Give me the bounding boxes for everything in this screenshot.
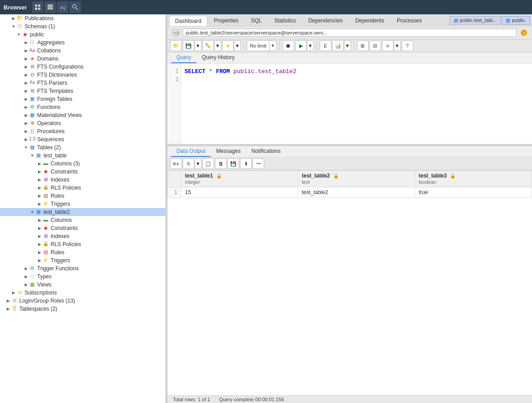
editor-content[interactable]: SELECT * FROM public.test_table2 — [181, 64, 532, 144]
tree-arrow-publications[interactable]: ▶ — [11, 16, 16, 21]
tab-dashboard[interactable]: Dashboard — [169, 16, 207, 26]
query-tab-query[interactable]: Query — [171, 52, 197, 63]
tree-arrow-tt2-rules[interactable]: ▶ — [37, 250, 42, 255]
tree-item-tt2-triggers[interactable]: ▶ ⚡ Triggers — [0, 256, 165, 264]
tree-item-tt-triggers[interactable]: ▶ ⚡ Triggers — [0, 200, 165, 208]
tree-item-trigger-functions[interactable]: ▶ ⚙ Trigger Functions — [0, 264, 165, 273]
tab-statistics[interactable]: Statistics — [268, 15, 301, 26]
tab-processes[interactable]: Processes — [391, 15, 428, 26]
tree-arrow-fts-dict[interactable]: ▶ — [23, 73, 29, 77]
tree-item-tt2-rls[interactable]: ▶ 🔒 RLS Policies — [0, 240, 165, 248]
output-tab-notifications[interactable]: Notifications — [246, 146, 286, 157]
tree-arrow-test-table2[interactable]: ▼ — [30, 210, 35, 214]
tree-item-tt-indexes[interactable]: ▶ ⊞ Indexes — [0, 176, 165, 184]
output-tab-data[interactable]: Data Output — [171, 146, 211, 157]
address-text[interactable]: public.test_table2/serverspace/serverspa… — [183, 29, 517, 37]
tree-arrow-tt2-constraints[interactable]: ▶ — [37, 226, 42, 230]
tree-arrow-tt2-indexes[interactable]: ▶ — [37, 234, 42, 238]
run-dropdown-button[interactable]: ▼ — [307, 40, 314, 51]
chart-button[interactable]: 📊 — [332, 40, 344, 51]
tree-arrow-subscriptions[interactable]: ▶ — [11, 290, 16, 295]
download-button[interactable]: ⬇ — [240, 158, 252, 169]
limit-selector[interactable]: No limit ▼ — [247, 40, 277, 51]
tree-item-sequences[interactable]: ▶ 1.3 Sequences — [0, 135, 165, 143]
tree-item-tt2-rules[interactable]: ▶ ▤ Rules — [0, 248, 165, 256]
tree-item-login-roles[interactable]: ▶ ⊙ Login/Group Roles (13) — [0, 297, 165, 305]
macros-button-2[interactable]: ⊟ — [369, 40, 381, 51]
tree-arrow-login-roles[interactable]: ▶ — [5, 299, 11, 303]
tree-item-fts-parsers[interactable]: ▶ Aa FTS Parsers — [0, 79, 165, 87]
tree-item-operators[interactable]: ▶ ⊕ Operators — [0, 119, 165, 127]
tree-item-subscriptions[interactable]: ▶ ⊙ Subscriptions — [0, 289, 165, 297]
explain-button[interactable]: E — [320, 40, 331, 51]
tree-arrow-collations[interactable]: ▶ — [23, 48, 29, 53]
chart-view-button[interactable]: 〜 — [253, 158, 264, 169]
tree-arrow-tt-indexes[interactable]: ▶ — [37, 178, 42, 182]
tree-arrow-tt-constraints[interactable]: ▶ — [37, 169, 42, 174]
query-editor[interactable]: 1 2 SELECT * FROM public.test_table2 — [167, 64, 532, 144]
tree-item-tt-rls[interactable]: ▶ 🔒 RLS Policies — [0, 184, 165, 192]
tree-item-tt-rules[interactable]: ▶ ▤ Rules — [0, 192, 165, 200]
save-data-button[interactable]: 💾 — [227, 158, 239, 169]
edit-dropdown-button[interactable]: ▼ — [214, 40, 221, 51]
nav-icon-search[interactable] — [70, 2, 81, 13]
tree-arrow-test-table[interactable]: ▼ — [30, 153, 35, 158]
filter-dropdown-button[interactable]: ▼ — [234, 40, 241, 51]
limit-dropdown-icon[interactable]: ▼ — [269, 40, 276, 51]
tree-arrow-fts-templates[interactable]: ▶ — [23, 89, 29, 93]
stop-button[interactable]: ⏹ — [283, 40, 294, 51]
tree-arrow-tt2-rls[interactable]: ▶ — [37, 242, 42, 247]
cell-1-1[interactable]: 15 — [181, 187, 298, 198]
tree-arrow-domains[interactable]: ▶ — [23, 56, 29, 61]
tree-item-tt-columns[interactable]: ▶ ▬ Columns (3) — [0, 160, 165, 168]
tree-arrow-tables[interactable]: ▼ — [23, 145, 29, 150]
edit-button[interactable]: ✏️ — [202, 40, 214, 51]
tree-item-collations[interactable]: ▶ Aa Collations — [0, 47, 165, 55]
tree-item-tt2-constraints[interactable]: ▶ ◆ Constraints — [0, 224, 165, 232]
delete-row-button[interactable]: 🗑 — [215, 158, 227, 169]
tree-arrow-tt-triggers[interactable]: ▶ — [37, 202, 42, 206]
tree-item-fts-dict[interactable]: ▶ ⊟ FTS Dictionaries — [0, 71, 165, 79]
chart-dropdown-button[interactable]: ▼ — [344, 40, 351, 51]
tree-arrow-foreign-tables[interactable]: ▶ — [23, 97, 29, 101]
tree-item-fts-conf[interactable]: ▶ ⊞ FTS Configurations — [0, 63, 165, 71]
tree-arrow-fts-conf[interactable]: ▶ — [23, 65, 29, 69]
add-row-button[interactable]: ≡+ — [170, 158, 182, 169]
tree-arrow-operators[interactable]: ▶ — [23, 121, 29, 126]
tree-item-test-table[interactable]: ▼ ▦ test_table — [0, 152, 165, 160]
tree-arrow-trigger-functions[interactable]: ▶ — [23, 266, 29, 271]
output-tab-messages[interactable]: Messages — [211, 146, 246, 157]
copy-dropdown-button[interactable]: ▼ — [194, 158, 202, 169]
tree-arrow-views[interactable]: ▶ — [23, 282, 29, 287]
tree-arrow-public[interactable]: ▼ — [16, 32, 21, 37]
tree-arrow-materialized-views[interactable]: ▶ — [23, 113, 29, 117]
nav-icon-table[interactable] — [45, 2, 56, 13]
open-file-button[interactable]: 📁 — [170, 40, 182, 51]
tree-item-functions[interactable]: ▶ ⚙ Functions — [0, 103, 165, 111]
save-dropdown-button[interactable]: ▼ — [194, 40, 202, 51]
run-button[interactable]: ▶ — [295, 40, 307, 51]
tree-item-procedures[interactable]: ▶ () Procedures — [0, 127, 165, 135]
cell-1-3[interactable]: true — [415, 187, 532, 198]
tree-arrow-aggregates[interactable]: ▶ — [23, 40, 29, 45]
list-button[interactable]: ≡ — [382, 40, 394, 51]
save-connection-icon[interactable]: ⚡ — [519, 28, 528, 37]
list-dropdown-button[interactable]: ▼ — [394, 40, 401, 51]
tree-item-fts-templates[interactable]: ▶ ⊠ FTS Templates — [0, 87, 165, 95]
tree-item-tt2-columns[interactable]: ▶ ▬ Columns — [0, 216, 165, 224]
nav-icon-sql[interactable]: SQL — [57, 2, 68, 13]
tree-item-aggregates[interactable]: ▶ ⬡ Aggregates — [0, 39, 165, 47]
tree-item-domains[interactable]: ▶ ◈ Domains — [0, 55, 165, 63]
tree-item-tables[interactable]: ▼ ▦ Tables (2) — [0, 143, 165, 152]
tree-arrow-sequences[interactable]: ▶ — [23, 137, 29, 142]
tree-item-types[interactable]: ▶ □ Types — [0, 273, 165, 281]
tree-arrow-tablespaces[interactable]: ▶ — [5, 307, 11, 311]
help-button[interactable]: ? — [402, 40, 413, 51]
cell-1-2[interactable]: test_table2 — [298, 187, 415, 198]
tree-arrow-tt2-triggers[interactable]: ▶ — [37, 258, 42, 263]
tree-item-tablespaces[interactable]: ▶ 🗄 Tablespaces (2) — [0, 305, 165, 313]
paste-button[interactable]: 📋 — [202, 158, 214, 169]
tree-arrow-tt-rules[interactable]: ▶ — [37, 194, 42, 198]
tree-item-tt2-indexes[interactable]: ▶ ⊞ Indexes — [0, 232, 165, 240]
tree-arrow-types[interactable]: ▶ — [23, 274, 29, 279]
